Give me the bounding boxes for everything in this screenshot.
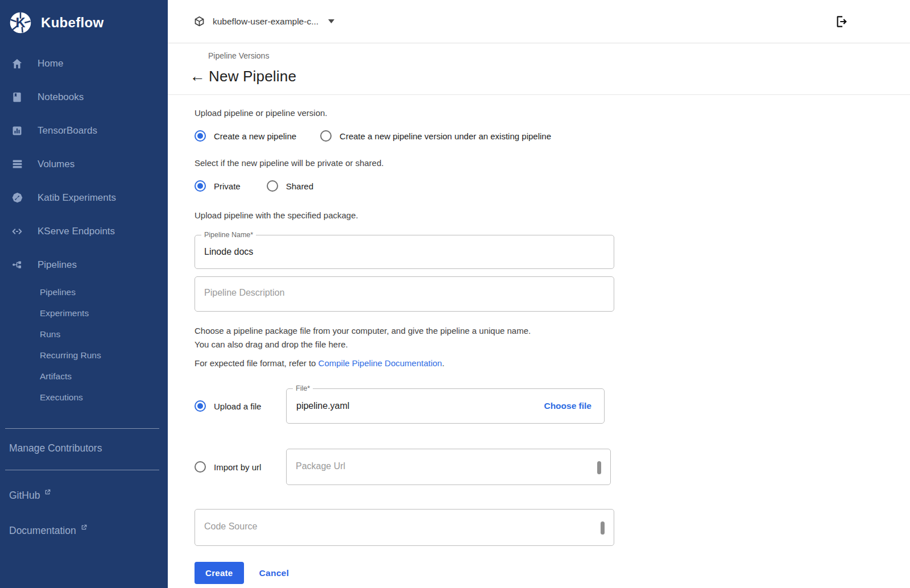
manage-contributors-link[interactable]: Manage Contributors — [0, 432, 168, 464]
app-window: K Kubeflow Home Notebooks — [0, 0, 910, 588]
create-button[interactable]: Create — [195, 562, 244, 584]
code-source-input[interactable] — [195, 515, 614, 538]
choose-file-help-2: You can also drag and drop the file here… — [195, 338, 793, 351]
form-actions: Create Cancel — [195, 562, 793, 584]
radio-label[interactable]: Create a new pipeline — [214, 131, 296, 141]
format-prefix: For expected file format, refer to — [195, 358, 318, 368]
chart-icon — [10, 124, 24, 138]
sidebar-item-kserve[interactable]: KServe Endpoints — [0, 214, 168, 248]
upload-file-row: Upload a file File* pipeline.yaml Choose… — [195, 388, 793, 424]
github-label: GitHub — [9, 490, 40, 502]
sidebar-item-label: Katib Experiments — [38, 192, 116, 204]
radio-private[interactable] — [195, 180, 206, 192]
scrollbar-thumb[interactable] — [597, 461, 601, 474]
format-suffix: . — [442, 358, 444, 368]
sidebar-item-label: KServe Endpoints — [38, 226, 115, 237]
file-name-value: pipeline.yaml — [287, 401, 544, 411]
logout-button[interactable] — [832, 12, 851, 31]
file-field: File* pipeline.yaml Choose file — [286, 388, 605, 424]
package-url-field — [286, 449, 611, 485]
page-title: New Pipeline — [209, 68, 296, 85]
notebook-icon — [10, 90, 24, 104]
share-radio-group: Private Shared — [195, 180, 793, 192]
choose-file-help-1: Choose a pipeline package file from your… — [195, 324, 793, 338]
sub-item-label: Recurring Runs — [40, 350, 101, 361]
radio-label[interactable]: Upload a file — [214, 401, 261, 411]
sidebar-subitem-executions[interactable]: Executions — [0, 387, 168, 408]
compile-docs-link[interactable]: Compile Pipeline Documentation — [318, 358, 442, 368]
sub-item-label: Runs — [40, 329, 60, 339]
sub-item-label: Pipelines — [40, 287, 76, 297]
radio-upload-file[interactable] — [195, 400, 206, 412]
kubeflow-logo[interactable]: K Kubeflow — [0, 0, 168, 36]
package-prompt: Upload pipeline with the specified packa… — [195, 209, 793, 222]
package-url-input[interactable] — [287, 455, 610, 478]
manage-contributors-label: Manage Contributors — [9, 442, 102, 454]
sidebar-divider — [5, 470, 159, 470]
title-row: ← New Pipeline — [168, 61, 910, 95]
sidebar-item-katib[interactable]: Katib Experiments — [0, 181, 168, 214]
sidebar-item-label: Pipelines — [38, 259, 77, 271]
choose-file-button[interactable]: Choose file — [544, 401, 604, 411]
sidebar-item-label: TensorBoards — [38, 125, 97, 136]
sidebar-item-label: Home — [38, 58, 63, 69]
radio-shared[interactable] — [267, 180, 278, 192]
sidebar-subitem-pipelines[interactable]: Pipelines — [0, 281, 168, 303]
external-link-icon — [80, 524, 88, 531]
sidebar-item-home[interactable]: Home — [0, 47, 168, 80]
katib-icon — [10, 191, 24, 205]
sidebar-item-notebooks[interactable]: Notebooks — [0, 80, 168, 114]
sub-item-label: Experiments — [40, 308, 89, 318]
kubeflow-logo-text: Kubeflow — [41, 15, 104, 31]
sidebar-subitem-recurring-runs[interactable]: Recurring Runs — [0, 345, 168, 366]
radio-label[interactable]: Import by url — [214, 462, 261, 472]
pipeline-name-label: Pipeline Name* — [201, 231, 256, 239]
kubeflow-logo-icon: K — [8, 10, 33, 35]
radio-label[interactable]: Create a new pipeline version under an e… — [340, 131, 551, 141]
radio-label[interactable]: Shared — [286, 181, 313, 191]
back-button[interactable]: ← — [189, 69, 205, 84]
external-link-icon — [44, 488, 51, 496]
code-source-field — [195, 509, 614, 546]
chevron-down-icon — [328, 19, 334, 23]
github-link[interactable]: GitHub — [0, 479, 168, 511]
pipeline-name-field: Pipeline Name* — [195, 235, 614, 269]
breadcrumb[interactable]: Pipeline Versions — [208, 51, 269, 60]
radio-create-new-pipeline[interactable] — [195, 130, 206, 142]
import-url-row: Import by url — [195, 449, 793, 485]
namespace-value: kubeflow-user-example-c... — [213, 16, 318, 27]
radio-create-pipeline-version[interactable] — [320, 130, 332, 142]
sidebar-item-pipelines[interactable]: Pipelines — [0, 248, 168, 281]
share-prompt: Select if the new pipeline will be priva… — [195, 156, 793, 170]
documentation-label: Documentation — [9, 525, 76, 537]
sidebar-divider — [5, 428, 159, 429]
sidebar-subitem-experiments[interactable]: Experiments — [0, 303, 168, 324]
import-url-option: Import by url — [195, 461, 286, 473]
sidebar-subitem-runs[interactable]: Runs — [0, 324, 168, 345]
pipeline-name-input[interactable] — [195, 235, 614, 268]
upload-type-prompt: Upload pipeline or pipeline version. — [195, 106, 793, 120]
file-format-help: For expected file format, refer to Compi… — [195, 358, 793, 368]
sidebar-item-label: Notebooks — [38, 92, 84, 103]
upload-file-option: Upload a file — [195, 400, 286, 412]
namespace-selector[interactable]: kubeflow-user-example-c... — [193, 15, 334, 27]
pipeline-description-input[interactable] — [195, 281, 614, 304]
radio-import-by-url[interactable] — [195, 461, 206, 473]
topbar: kubeflow-user-example-c... — [168, 0, 910, 43]
svg-text:K: K — [15, 15, 25, 30]
pipeline-type-radio-group: Create a new pipeline Create a new pipel… — [195, 130, 793, 142]
sidebar-subitem-artifacts[interactable]: Artifacts — [0, 366, 168, 387]
pipelines-icon — [10, 258, 24, 272]
documentation-link[interactable]: Documentation — [0, 515, 168, 546]
cancel-button[interactable]: Cancel — [259, 568, 289, 578]
radio-label[interactable]: Private — [214, 181, 241, 191]
sidebar-item-tensorboards[interactable]: TensorBoards — [0, 114, 168, 147]
scrollbar-thumb[interactable] — [601, 521, 605, 535]
namespace-box-icon — [193, 15, 205, 27]
pipeline-description-field — [195, 276, 614, 312]
sub-item-label: Artifacts — [40, 371, 72, 382]
sidebar-item-volumes[interactable]: Volumes — [0, 147, 168, 181]
breadcrumb-row: Pipeline Versions — [168, 43, 910, 61]
file-field-label: File* — [293, 384, 313, 392]
volumes-icon — [10, 158, 24, 171]
